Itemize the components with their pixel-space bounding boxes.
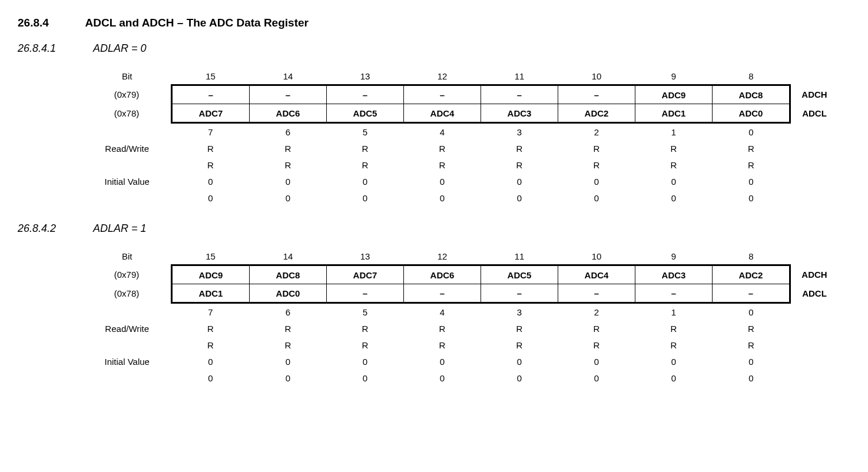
bit-cell: ADC4 bbox=[404, 104, 481, 123]
bit-cell: 9 bbox=[635, 68, 713, 85]
bit-cell: 8 bbox=[713, 248, 790, 265]
subsection-number: 26.8.4.2 bbox=[18, 222, 93, 235]
row-label: (0x78) bbox=[82, 104, 172, 123]
section-number: 26.8.4 bbox=[18, 16, 82, 29]
row-label: Read/Write bbox=[82, 320, 172, 337]
bit-cell: – bbox=[481, 85, 558, 104]
bit-cell: 15 bbox=[172, 68, 250, 85]
bit-cell: ADC3 bbox=[635, 265, 713, 284]
bit-cell: 5 bbox=[327, 303, 404, 321]
bit-cell: 4 bbox=[404, 123, 481, 141]
subsection-title: ADLAR = 1 bbox=[93, 222, 147, 234]
bit-cell: 0 bbox=[327, 173, 404, 190]
bit-cell: ADC3 bbox=[481, 104, 558, 123]
register-name: ADCH bbox=[790, 85, 839, 104]
bit-cell: – bbox=[327, 85, 404, 104]
bit-cell: 10 bbox=[558, 68, 635, 85]
section-title: ADCL and ADCH – The ADC Data Register bbox=[85, 16, 309, 29]
register-name bbox=[790, 123, 839, 141]
bit-cell: 11 bbox=[481, 248, 558, 265]
bit-cell: 0 bbox=[172, 173, 250, 190]
bit-cell: R bbox=[250, 320, 327, 337]
row-label: (0x78) bbox=[82, 284, 172, 303]
bit-cell: ADC8 bbox=[250, 265, 327, 284]
bit-cell: 0 bbox=[404, 190, 481, 206]
bit-cell: ADC1 bbox=[635, 104, 713, 123]
bit-cell: 0 bbox=[172, 190, 250, 206]
bit-cell: 1 bbox=[635, 303, 713, 321]
register-name: ADCL bbox=[790, 284, 839, 303]
register-name: ADCL bbox=[790, 104, 839, 123]
bit-cell: R bbox=[172, 140, 250, 157]
row-label bbox=[82, 190, 172, 206]
bit-cell: 0 bbox=[481, 173, 558, 190]
bit-cell: 12 bbox=[404, 248, 481, 265]
bit-cell: 3 bbox=[481, 123, 558, 141]
register-name bbox=[790, 173, 839, 190]
bit-cell: 12 bbox=[404, 68, 481, 85]
bit-cell: R bbox=[481, 157, 558, 173]
bit-cell: R bbox=[327, 140, 404, 157]
bit-cell: R bbox=[404, 157, 481, 173]
bit-cell: 0 bbox=[404, 370, 481, 386]
bit-cell: – bbox=[172, 85, 250, 104]
subsection-number: 26.8.4.1 bbox=[18, 42, 93, 55]
bit-cell: ADC1 bbox=[172, 284, 250, 303]
bit-cell: R bbox=[172, 337, 250, 353]
bit-cell: 6 bbox=[250, 123, 327, 141]
bit-cell: – bbox=[558, 284, 635, 303]
bit-cell: 0 bbox=[635, 173, 713, 190]
bit-cell: ADC0 bbox=[250, 284, 327, 303]
bit-cell: ADC6 bbox=[404, 265, 481, 284]
bit-cell: 2 bbox=[558, 123, 635, 141]
bit-cell: 0 bbox=[250, 370, 327, 386]
bit-cell: 7 bbox=[172, 123, 250, 141]
row-label: Read/Write bbox=[82, 140, 172, 157]
subsection-title: ADLAR = 0 bbox=[93, 42, 147, 54]
bit-cell: R bbox=[713, 320, 790, 337]
bit-cell: 0 bbox=[172, 370, 250, 386]
bit-cell: 0 bbox=[713, 353, 790, 370]
row-label: Bit bbox=[82, 68, 172, 85]
bit-cell: 0 bbox=[713, 173, 790, 190]
register-name bbox=[790, 353, 839, 370]
subsection-heading: 26.8.4.1ADLAR = 0 bbox=[18, 42, 850, 55]
bit-cell: 0 bbox=[327, 353, 404, 370]
register-name bbox=[790, 157, 839, 173]
bit-cell: ADC6 bbox=[250, 104, 327, 123]
register-name bbox=[790, 337, 839, 353]
bit-cell: ADC8 bbox=[713, 85, 790, 104]
bit-cell: 10 bbox=[558, 248, 635, 265]
bit-cell: 4 bbox=[404, 303, 481, 321]
bit-cell: 0 bbox=[250, 353, 327, 370]
bit-cell: 9 bbox=[635, 248, 713, 265]
bit-cell: 0 bbox=[481, 353, 558, 370]
bit-cell: ADC5 bbox=[327, 104, 404, 123]
row-label: (0x79) bbox=[82, 265, 172, 284]
bit-cell: 7 bbox=[172, 303, 250, 321]
bit-cell: 0 bbox=[558, 370, 635, 386]
bit-cell: ADC5 bbox=[481, 265, 558, 284]
bit-cell: 0 bbox=[713, 370, 790, 386]
bit-cell: – bbox=[481, 284, 558, 303]
bit-cell: 5 bbox=[327, 123, 404, 141]
bit-cell: R bbox=[250, 337, 327, 353]
bit-cell: 0 bbox=[558, 190, 635, 206]
subsection-heading: 26.8.4.2ADLAR = 1 bbox=[18, 222, 850, 235]
bit-cell: 0 bbox=[713, 190, 790, 206]
bit-cell: 15 bbox=[172, 248, 250, 265]
bit-cell: R bbox=[481, 320, 558, 337]
bit-cell: 0 bbox=[327, 190, 404, 206]
bit-cell: ADC2 bbox=[713, 265, 790, 284]
bit-cell: R bbox=[713, 140, 790, 157]
bit-cell: R bbox=[481, 337, 558, 353]
register-name: ADCH bbox=[790, 265, 839, 284]
bit-cell: – bbox=[327, 284, 404, 303]
bit-cell: R bbox=[635, 320, 713, 337]
bit-cell: 14 bbox=[250, 68, 327, 85]
bit-cell: R bbox=[172, 157, 250, 173]
row-label: (0x79) bbox=[82, 85, 172, 104]
bit-cell: – bbox=[558, 85, 635, 104]
bit-cell: – bbox=[250, 85, 327, 104]
row-label bbox=[82, 303, 172, 321]
